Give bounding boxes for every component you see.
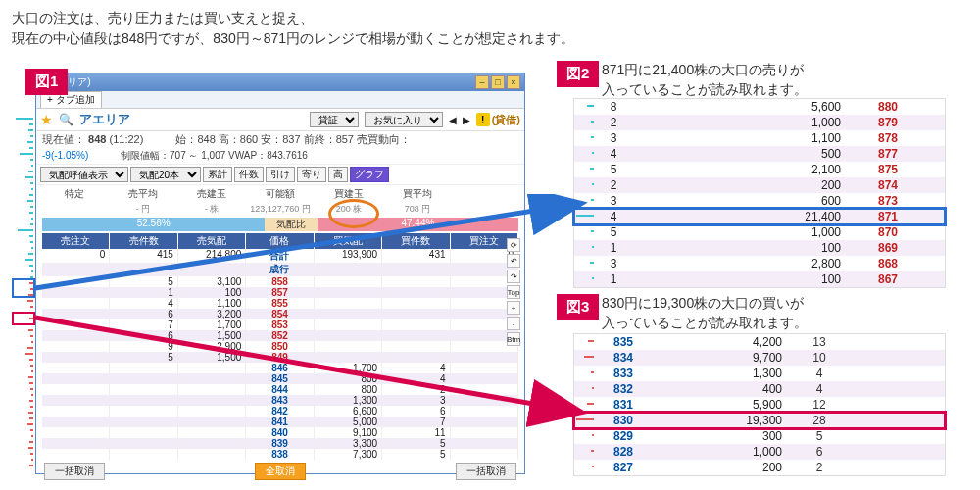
- bid-row[interactable]: 8387,3005: [42, 449, 518, 460]
- panel2-row: 52,100875: [574, 162, 945, 177]
- panel3-row: 8324004: [574, 381, 945, 397]
- panel-fig3: 8354,20013 8349,70010 8331,3004 8324004 …: [573, 333, 946, 476]
- fig1-label: 図1: [25, 69, 68, 95]
- sub-1: - 円: [109, 203, 177, 216]
- panel2-row: 21,000879: [574, 115, 945, 130]
- highlight-box-red-small: [12, 312, 35, 325]
- now-time: (11:22): [109, 133, 143, 145]
- warning-icon: !: [476, 113, 490, 126]
- panel2-row: 421,400871: [574, 209, 945, 224]
- order-board-window: 8 アエリア) – □ × + タブ追加 ★ 🔍 アエリア 貸証 お気に入り ◀…: [35, 73, 525, 474]
- nav-right-icon[interactable]: ▶: [463, 115, 470, 125]
- col-head-1: 特定: [40, 187, 109, 201]
- btn-high[interactable]: 高: [328, 167, 348, 182]
- bid-row[interactable]: 8448002: [42, 384, 518, 395]
- zoom-in-button[interactable]: +: [507, 301, 520, 315]
- back-icon[interactable]: ↶: [507, 254, 520, 268]
- maximize-icon[interactable]: □: [491, 75, 505, 89]
- panel3-row: 8272002: [574, 460, 945, 475]
- col-head-5: 買建玉: [315, 187, 383, 201]
- ask-row[interactable]: 71,700853: [42, 319, 518, 330]
- refresh-icon[interactable]: ⟳: [507, 238, 520, 252]
- depth-span-select[interactable]: 気配20本: [130, 167, 201, 182]
- panel2-row: 31,100878: [574, 130, 945, 146]
- panel2-row: 1100867: [574, 271, 945, 287]
- panel3-row: 8354,20013: [574, 334, 945, 350]
- panel3-row: 8315,90012: [574, 397, 945, 413]
- bid-row[interactable]: 8393,3005: [42, 438, 518, 449]
- btn-cumulative[interactable]: 累計: [203, 167, 232, 182]
- ask-row[interactable]: 41,100855: [42, 298, 518, 309]
- search-icon[interactable]: 🔍: [59, 113, 74, 126]
- favorite-star-icon[interactable]: ★: [40, 112, 53, 127]
- intro-line1: 大口の注文は、売り圧力または買い支えと捉え、: [12, 8, 968, 28]
- scroll-bottom-button[interactable]: Btm: [507, 332, 520, 346]
- ohlc-row: 始：848 高：860 安：837 前終：857 売買動向：: [175, 133, 411, 145]
- bid-row[interactable]: 8409,10011: [42, 427, 518, 438]
- minimize-icon[interactable]: –: [475, 75, 489, 89]
- order-ratio-bar: 52.56% 気配比 47.44%: [42, 218, 518, 231]
- panel3-row: 83019,30028: [574, 413, 945, 428]
- callout2-line1: 871円に21,400株の大口の売りが: [602, 61, 955, 80]
- sub-4: 200 株: [315, 203, 383, 216]
- display-mode-select[interactable]: 気配呼値表示: [40, 167, 128, 182]
- panel-fig2: 85,600880 21,000879 31,100878 4500877 52…: [573, 98, 946, 288]
- favorite-select[interactable]: お気に入り: [365, 112, 443, 127]
- col-head-4: 可能額: [246, 187, 315, 201]
- ask-row[interactable]: 51,500849: [42, 352, 518, 363]
- price-change: -9(-1.05%): [42, 150, 88, 161]
- col-head-3: 売建玉: [177, 187, 246, 201]
- btn-pull[interactable]: 引け: [266, 167, 295, 182]
- callout2-line2: 入っていることが読み取れます。: [602, 80, 955, 100]
- ask-row[interactable]: 61,500852: [42, 330, 518, 341]
- highlight-box-blue-small: [12, 278, 35, 298]
- panel3-row: 8281,0006: [574, 444, 945, 460]
- panel2-row: 32,800868: [574, 256, 945, 271]
- sub-3: 123,127,760 円: [246, 203, 315, 216]
- ask-row[interactable]: 63,200854: [42, 309, 518, 319]
- fwd-icon[interactable]: ↷: [507, 270, 520, 283]
- cancel-all-button[interactable]: 全取消: [255, 463, 306, 480]
- panel3-row: 8293005: [574, 428, 945, 444]
- panel2-row: 85,600880: [574, 99, 945, 115]
- zoom-out-button[interactable]: -: [507, 317, 520, 330]
- panel3-row: 8331,3004: [574, 366, 945, 381]
- bid-row[interactable]: 8415,0007: [42, 416, 518, 427]
- nav-left-icon[interactable]: ◀: [449, 115, 457, 125]
- ask-row[interactable]: 92,900850: [42, 341, 518, 352]
- ask-row[interactable]: 53,100858: [42, 276, 518, 287]
- order-summary-row: 0415214,800合計193,9004310: [42, 249, 518, 263]
- btn-count[interactable]: 件数: [234, 167, 264, 182]
- intro-line2: 現在の中心値段は848円ですが、830円～871円のレンジで相場が動くことが想定…: [12, 28, 968, 49]
- fig2-label: 図2: [557, 61, 599, 87]
- window-titlebar[interactable]: 8 アエリア) – □ ×: [36, 74, 524, 91]
- panel3-row: 8349,70010: [574, 350, 945, 366]
- stock-name[interactable]: アエリア: [79, 111, 130, 128]
- ask-row[interactable]: 1100857: [42, 287, 518, 298]
- btn-graph[interactable]: グラフ: [350, 167, 389, 182]
- cancel-sell-all-button[interactable]: 一括取消: [44, 463, 105, 480]
- scroll-top-button[interactable]: Top: [507, 285, 520, 299]
- btn-close[interactable]: 寄り: [297, 167, 326, 182]
- order-table-body: 0415214,800合計193,9004310 成行 53,100858 11…: [42, 249, 518, 460]
- panel2-row: 2200874: [574, 177, 945, 193]
- credit-select[interactable]: 貸証: [310, 112, 359, 127]
- limit-row: 制限値幅：707 ～ 1,007 VWAP：843.7616: [121, 150, 308, 161]
- callout3-line2: 入っていることが読み取れます。: [602, 314, 955, 333]
- now-price: 848: [88, 133, 106, 145]
- panel2-row: 3600873: [574, 193, 945, 209]
- now-label: 現在値：: [42, 133, 85, 145]
- order-table-header: 売注文売件数売気配価格買気配買件数買注文: [42, 233, 518, 249]
- panel2-row: 51,000870: [574, 224, 945, 240]
- cancel-buy-all-button[interactable]: 一括取消: [456, 463, 516, 480]
- bid-row[interactable]: 8458004: [42, 373, 518, 384]
- panel2-row: 1100869: [574, 240, 945, 256]
- bid-row[interactable]: 8461,7004: [42, 363, 518, 373]
- sub-2: - 株: [177, 203, 246, 216]
- bid-row[interactable]: 8431,3003: [42, 395, 518, 406]
- col-head-2: 売平均: [109, 187, 177, 201]
- fig3-label: 図3: [557, 294, 599, 320]
- bid-row[interactable]: 8426,6006: [42, 406, 518, 416]
- panel2-row: 4500877: [574, 146, 945, 162]
- close-icon[interactable]: ×: [507, 75, 520, 89]
